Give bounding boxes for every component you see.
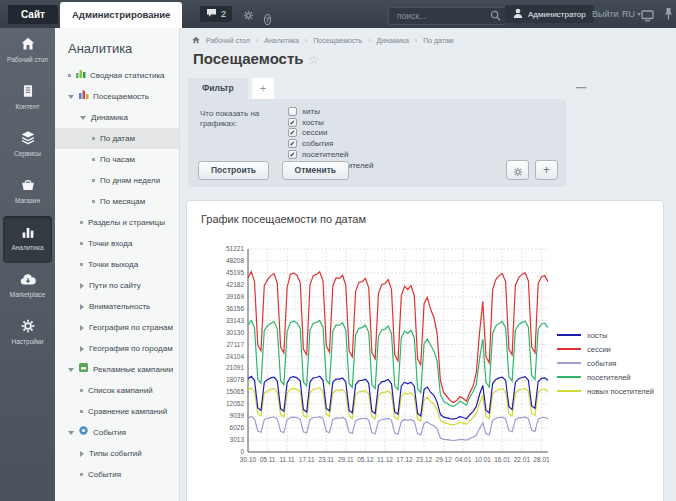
breadcrumb-separator: › bbox=[256, 37, 258, 44]
sidebar-item-13[interactable]: География по городам bbox=[55, 338, 179, 359]
checkbox-checked[interactable]: ✔ bbox=[288, 139, 297, 148]
favorite-star-icon[interactable]: ☆ bbox=[309, 53, 320, 67]
breadcrumb-item-4[interactable]: По датам bbox=[423, 37, 454, 44]
checkbox-checked[interactable]: ✔ bbox=[288, 128, 297, 137]
rail-item-doc[interactable]: Контент bbox=[3, 75, 52, 122]
adv-icon bbox=[79, 360, 89, 380]
svg-text:42182: 42182 bbox=[226, 281, 244, 288]
home-icon bbox=[192, 36, 200, 45]
admin-tab[interactable]: Администрирование bbox=[60, 2, 182, 28]
svg-text:29.11: 29.11 bbox=[338, 456, 354, 463]
cancel-button[interactable]: Отменить bbox=[282, 161, 350, 180]
topbar: Сайт Администрирование 2 ? Администратор… bbox=[0, 0, 676, 28]
rail-item-gear[interactable]: Настройки bbox=[3, 310, 52, 357]
chevron-right-icon bbox=[80, 283, 84, 289]
stats-icon bbox=[76, 66, 86, 86]
sidebar-item-2[interactable]: Динамика bbox=[55, 107, 179, 128]
app-window: Сайт Администрирование 2 ? Администратор… bbox=[0, 0, 676, 501]
sidebar-item-16[interactable]: Сравнение кампаний bbox=[55, 401, 179, 422]
sidebar-item-4[interactable]: По часам bbox=[55, 149, 179, 170]
svg-text:11.12: 11.12 bbox=[377, 456, 393, 463]
checkbox-row-2[interactable]: ✔сессии bbox=[288, 128, 374, 139]
sidebar-item-19[interactable]: События bbox=[55, 464, 179, 485]
filter-body: Что показать на графиках: хиты✔хосты✔сес… bbox=[188, 99, 566, 187]
svg-text:18078: 18078 bbox=[226, 376, 244, 383]
breadcrumb-item-2[interactable]: Посещаемость bbox=[313, 37, 362, 44]
rail-item-cloud[interactable]: Marketplace bbox=[3, 263, 52, 310]
rail-item-layers[interactable]: Сервисы bbox=[3, 122, 52, 169]
sidebar-item-1[interactable]: Посещаемость bbox=[55, 86, 179, 107]
svg-text:15065: 15065 bbox=[226, 388, 244, 395]
main-content: Рабочий стол›Аналитика›Посещаемость›Дина… bbox=[180, 28, 676, 501]
page-title: Посещаемость☆ bbox=[193, 50, 319, 67]
filter-tab[interactable]: Фильтр bbox=[188, 78, 248, 99]
rail-item-chart[interactable]: Аналитика bbox=[3, 216, 52, 263]
checkbox-checked[interactable]: ✔ bbox=[288, 150, 297, 159]
sidebar-item-7[interactable]: Разделы и страницы bbox=[55, 212, 179, 233]
svg-text:10.01: 10.01 bbox=[475, 456, 492, 463]
search-input[interactable] bbox=[388, 7, 506, 25]
sidebar-item-6[interactable]: По месяцам bbox=[55, 191, 179, 212]
rail-item-home[interactable]: Рабочий стол bbox=[3, 28, 52, 75]
chevron-down-icon bbox=[68, 368, 74, 372]
chart-title: График посещаемости по датам bbox=[187, 201, 663, 225]
svg-text:21091: 21091 bbox=[226, 364, 244, 371]
breadcrumb-separator: › bbox=[415, 37, 417, 44]
bullet-icon bbox=[80, 410, 83, 413]
sidebar-item-9[interactable]: Точки выхода bbox=[55, 254, 179, 275]
language-selector[interactable]: RU ▾ bbox=[622, 9, 641, 19]
sidebar-item-3[interactable]: По датам bbox=[55, 128, 179, 149]
chevron-right-icon bbox=[80, 325, 84, 331]
logout-link[interactable]: Выйти bbox=[592, 9, 619, 19]
sidebar-item-5[interactable]: По дням недели bbox=[55, 170, 179, 191]
sidebar-item-15[interactable]: Список кампаний bbox=[55, 380, 179, 401]
sidebar-item-18[interactable]: Типы событий bbox=[55, 443, 179, 464]
checkbox-checked[interactable]: ✔ bbox=[288, 118, 297, 127]
breadcrumb-item-3[interactable]: Динамика bbox=[377, 37, 409, 44]
home-icon bbox=[3, 35, 52, 53]
checkbox-row-0[interactable]: хиты bbox=[288, 106, 374, 117]
gear-icon[interactable] bbox=[242, 8, 255, 26]
add-filter-tab-button[interactable]: + bbox=[252, 78, 274, 99]
notifications-button[interactable]: 2 bbox=[200, 6, 232, 22]
bullet-icon bbox=[80, 242, 83, 245]
rail-item-cart[interactable]: Магазин bbox=[3, 169, 52, 216]
checkbox-row-1[interactable]: ✔хосты bbox=[288, 117, 374, 128]
sidebar-item-12[interactable]: География по странам bbox=[55, 317, 179, 338]
svg-text:45195: 45195 bbox=[226, 269, 244, 276]
svg-text:28.01: 28.01 bbox=[533, 456, 550, 463]
desktop-icon[interactable] bbox=[641, 8, 654, 26]
main-nav-rail: Рабочий столКонтентСервисыМагазинАналити… bbox=[0, 28, 55, 501]
bullet-icon bbox=[92, 137, 95, 140]
legend-label-3: посетителей bbox=[587, 373, 631, 382]
series-line-2 bbox=[248, 417, 548, 441]
sidebar-item-14[interactable]: Рекламные кампании bbox=[55, 359, 179, 380]
events-icon bbox=[79, 423, 89, 443]
svg-text:11.11: 11.11 bbox=[279, 456, 295, 463]
pin-icon[interactable] bbox=[663, 7, 674, 25]
breadcrumb-item-0[interactable]: Рабочий стол bbox=[206, 37, 250, 44]
filter-add-button[interactable]: + bbox=[535, 160, 558, 180]
svg-text:22.01: 22.01 bbox=[514, 456, 531, 463]
user-menu-button[interactable]: Администратор bbox=[505, 5, 594, 23]
help-icon[interactable]: ? bbox=[264, 8, 271, 26]
build-button[interactable]: Построить bbox=[198, 161, 269, 180]
svg-text:05.11: 05.11 bbox=[260, 456, 276, 463]
sidebar-item-11[interactable]: Внимательность bbox=[55, 296, 179, 317]
gear-icon bbox=[3, 317, 52, 335]
breadcrumb-item-1[interactable]: Аналитика bbox=[264, 37, 299, 44]
sidebar-item-8[interactable]: Точки входа bbox=[55, 233, 179, 254]
minimize-filter-button[interactable]: — bbox=[576, 82, 586, 93]
sidebar-item-10[interactable]: Пути по сайту bbox=[55, 275, 179, 296]
svg-text:23.12: 23.12 bbox=[416, 456, 433, 463]
chart-panel: График посещаемости по датам 03013602690… bbox=[186, 200, 664, 501]
site-tab[interactable]: Сайт bbox=[8, 5, 58, 24]
user-icon bbox=[513, 8, 523, 20]
checkbox-unchecked[interactable] bbox=[288, 107, 297, 116]
filter-settings-button[interactable] bbox=[506, 160, 529, 180]
svg-text:39169: 39169 bbox=[226, 293, 244, 300]
sidebar-item-17[interactable]: События bbox=[55, 422, 179, 443]
svg-text:24104: 24104 bbox=[226, 353, 244, 360]
checkbox-row-3[interactable]: ✔события bbox=[288, 138, 374, 149]
sidebar-item-0[interactable]: Сводная статистика bbox=[55, 65, 179, 86]
